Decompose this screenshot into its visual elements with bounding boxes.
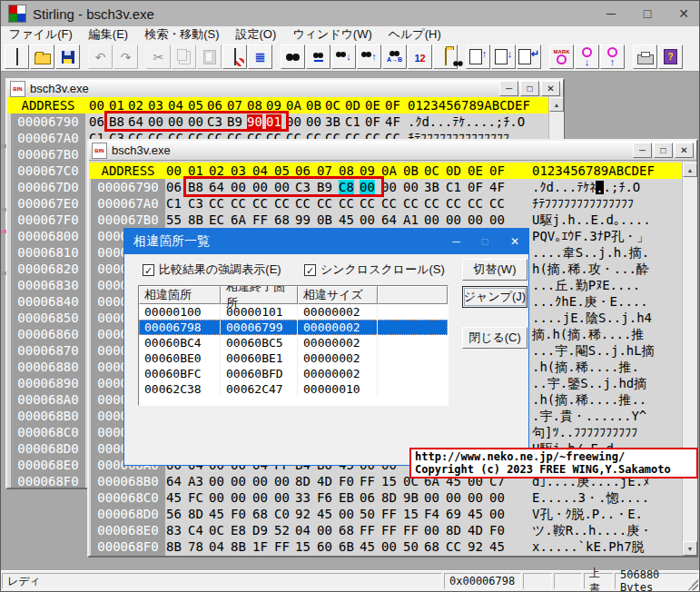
- ascii-text: x.....`kE.Ph7脱: [532, 539, 645, 554]
- highlight-checkbox[interactable]: ✓ 比較結果の強調表示(E): [143, 261, 281, 278]
- hex-row[interactable]: 000068D0568D45F068C092450050FF15F4694500…: [89, 506, 696, 522]
- switch-button[interactable]: 切替(W): [462, 259, 527, 281]
- menu-item[interactable]: ヘルプ(H): [380, 26, 449, 43]
- column-header[interactable]: 相違サイズ: [298, 286, 378, 304]
- scroll-up-icon[interactable]: ▲: [549, 97, 564, 112]
- maximize-icon[interactable]: □: [639, 6, 656, 21]
- difference-row[interactable]: 00062C3800062C4700000010: [139, 381, 448, 397]
- new-file-button[interactable]: [5, 44, 29, 69]
- compare-ab-icon: A→B: [387, 51, 402, 63]
- hex-row[interactable]: 0000679006B864000000C3B9900100003BC10F4F…: [7, 113, 563, 130]
- delete-button[interactable]: [222, 44, 247, 69]
- credit-overlay: http://www.neko.ne.jp/~freewing/ Copyrig…: [409, 448, 698, 479]
- ascii-text: .h(摘.稀....推.: [532, 360, 639, 374]
- main-titlebar: Stirling - bsch3v.exe ─ □ ✕: [1, 1, 699, 26]
- menu-bar: ファイル(F)編集(E)検索・移動(S)設定(O)ウィンドウ(W)ヘルプ(H): [1, 26, 699, 43]
- restore-icon[interactable]: □: [654, 143, 673, 158]
- compare-12-button[interactable]: 12: [408, 44, 432, 69]
- dialog-titlebar[interactable]: 相違箇所一覧 ─ □ ✕: [124, 229, 528, 254]
- bookmark-mark: [2, 208, 6, 212]
- find-down-button[interactable]: ↓: [331, 44, 356, 69]
- close-button[interactable]: 閉じる(C): [462, 327, 527, 349]
- ascii-text: .ｸd...ﾃｹ....;ﾁ.O: [408, 114, 525, 129]
- column-header[interactable]: 相違箇所: [139, 286, 221, 304]
- hex-row[interactable]: 000067A0C1C3CCCCCCCCCCCCCCCCCCCCCCCCCCCC…: [89, 195, 696, 212]
- hex-row[interactable]: 000068F08B78048B1FFF15606B45005068CC9245…: [89, 538, 696, 555]
- difference-row[interactable]: 000001000000010100000002: [139, 304, 448, 320]
- menu-item[interactable]: ウィンドウ(W): [284, 26, 380, 43]
- ascii-text: E.....3・.惚....: [532, 490, 649, 505]
- page-jump-button[interactable]: ↵: [517, 44, 541, 69]
- hex-window-2-title: bsch3v.exe: [112, 143, 171, 157]
- find-button[interactable]: [281, 44, 305, 69]
- difference-row[interactable]: 00060BC400060BC500000002: [139, 335, 448, 350]
- menu-item[interactable]: ファイル(F): [1, 26, 81, 43]
- find-all-button[interactable]: [306, 44, 330, 69]
- page-bottom-icon: ↓: [495, 49, 513, 64]
- page-bottom-button[interactable]: ↓: [491, 44, 516, 69]
- restore-icon[interactable]: □: [520, 81, 539, 96]
- copy-icon: [177, 49, 187, 61]
- sync-scroll-checkbox-label: シンクロスクロール(S): [320, 261, 445, 278]
- open-file-button[interactable]: [30, 44, 54, 69]
- checkbox-check-icon[interactable]: ✓: [143, 264, 154, 276]
- sync-scroll-checkbox[interactable]: ✓ シンクロスクロール(S): [304, 261, 445, 278]
- ascii-text: V孔・ｸ脱.P..・E.: [532, 507, 643, 521]
- select-range-button[interactable]: ≣: [248, 44, 272, 69]
- checkbox-check-icon[interactable]: ✓: [304, 264, 316, 276]
- minimize-icon[interactable]: ─: [633, 143, 652, 158]
- menu-item[interactable]: 編集(E): [81, 26, 136, 43]
- mark-next-icon: ↓: [582, 47, 592, 67]
- difference-row[interactable]: 00060BFC00060BFD00000002: [139, 366, 448, 381]
- ascii-text: ...丘.勤PﾇE....: [532, 278, 640, 292]
- close-icon[interactable]: ✕: [510, 235, 519, 248]
- mark-next-button[interactable]: ↓: [575, 44, 599, 69]
- minimize-icon[interactable]: ─: [603, 6, 619, 21]
- help-button[interactable]: ?: [658, 44, 683, 69]
- page-jump-icon: ↵: [518, 49, 539, 64]
- window-title: Stirling - bsch3v.exe: [33, 6, 154, 22]
- status-ready: レディ: [2, 573, 442, 589]
- save-file-button[interactable]: [55, 44, 80, 69]
- ascii-text: ....jE.陰S..j.h4: [532, 311, 652, 325]
- hex-row[interactable]: 0000679006B864000000C3B9C80000003BC10F4F…: [89, 179, 696, 195]
- scroll-up-icon[interactable]: ▲: [683, 163, 697, 177]
- column-header[interactable]: [378, 286, 448, 304]
- hex-window-1-titlebar[interactable]: BIN bsch3v.exe ─ □ ✕: [7, 80, 563, 98]
- status-file-size: 506880 Bytes: [615, 573, 698, 589]
- page-top-button[interactable]: ↑: [466, 44, 490, 69]
- menu-item[interactable]: 検索・移動(S): [136, 26, 227, 43]
- print-button[interactable]: [633, 44, 657, 69]
- paste-button: [197, 44, 222, 69]
- copy-button: [172, 44, 196, 69]
- difference-table: 相違箇所相違終了箇所相違サイズ0000010000000101000000020…: [138, 285, 449, 406]
- bookmark-mark: [2, 144, 6, 148]
- grep-button[interactable]: [433, 44, 458, 69]
- hex-window-2-titlebar[interactable]: BIN bsch3v.exe ─ □ ✕: [89, 141, 696, 161]
- status-bar: レディ 0x00006798 上書 506880 Bytes: [1, 570, 699, 591]
- mark-set-button[interactable]: MARK: [549, 44, 574, 69]
- print-icon: [637, 54, 654, 64]
- column-header[interactable]: 相違終了箇所: [221, 286, 298, 304]
- ascii-text: ツ.鞍R..h....庚・: [532, 523, 652, 538]
- resize-grip[interactable]: [687, 579, 698, 590]
- hex-row[interactable]: 000068E083C40CE8D952040068FFFFFF008D4DF0…: [89, 522, 696, 538]
- minimize-icon[interactable]: ─: [499, 81, 518, 96]
- credit-copyright: Copyright (c) 2023 FREE WING,Y.Sakamoto: [415, 463, 671, 476]
- close-icon[interactable]: ✕: [675, 143, 694, 158]
- hex-row[interactable]: 000068C045FC0000000033F6EB068D9B00000000…: [89, 489, 696, 506]
- maximize-icon: □: [482, 235, 488, 248]
- close-icon[interactable]: ✕: [541, 81, 560, 96]
- hex-row[interactable]: 000067B0558BEC6AFF68990B450064A100000000…: [89, 212, 696, 228]
- minimize-icon[interactable]: ─: [452, 235, 460, 248]
- bin-file-icon: BIN: [10, 81, 25, 97]
- difference-row[interactable]: 00060BE000060BE100000002: [139, 350, 448, 366]
- help-icon: ?: [664, 49, 677, 64]
- jump-button[interactable]: ジャンプ(J): [462, 286, 527, 308]
- mark-prev-button[interactable]: ↑: [600, 44, 625, 69]
- menu-item[interactable]: 設定(O): [228, 26, 285, 43]
- difference-row[interactable]: 000067980000679900000002: [139, 320, 448, 335]
- compare-ab-button[interactable]: A→B: [382, 44, 407, 69]
- find-up-button[interactable]: ↑: [357, 44, 381, 69]
- close-icon[interactable]: ✕: [675, 6, 692, 21]
